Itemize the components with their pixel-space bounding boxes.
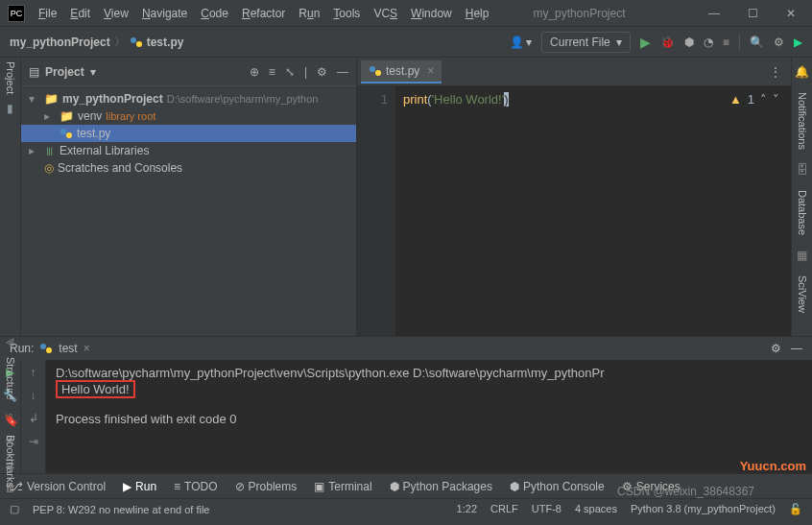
python-file-icon xyxy=(60,127,73,140)
project-folder-icon[interactable]: ▮ xyxy=(7,102,13,115)
svg-point-4 xyxy=(370,66,375,72)
tab-version-control[interactable]: ⎇Version Control xyxy=(10,480,106,493)
search-button[interactable]: 🔍 xyxy=(750,36,764,49)
tree-external-libraries[interactable]: ▸ ⫼ External Libraries xyxy=(21,142,356,159)
tree-scratches[interactable]: ◎ Scratches and Consoles xyxy=(21,159,356,177)
bookmarks-icon[interactable]: 🔖 xyxy=(4,414,18,427)
status-caret-pos[interactable]: 1:22 xyxy=(457,503,477,515)
stop-button[interactable]: ■ xyxy=(723,36,729,49)
project-tool-tab[interactable]: Project xyxy=(5,61,16,94)
tab-python-console[interactable]: ⬢Python Console xyxy=(510,480,605,493)
menu-refactor[interactable]: Refactor xyxy=(236,5,291,22)
debug-button[interactable]: 🐞 xyxy=(660,36,675,49)
run-header-tools: ⚙ — xyxy=(771,342,802,355)
menu-tools[interactable]: Tools xyxy=(327,5,366,22)
notifications-icon[interactable]: 🔔 xyxy=(795,65,809,79)
svg-point-7 xyxy=(46,347,52,353)
status-line-sep[interactable]: CRLF xyxy=(490,503,518,515)
tab-terminal[interactable]: ▣Terminal xyxy=(314,480,371,493)
status-message: PEP 8: W292 no newline at end of file xyxy=(33,504,209,515)
warning-count: 1 xyxy=(748,92,754,107)
gear-icon[interactable]: ⚙ xyxy=(771,342,781,355)
sciview-tab[interactable]: SciView xyxy=(797,275,808,313)
menu-run[interactable]: Run xyxy=(293,5,325,22)
editor-content[interactable]: 1 print('Hello World!') ▲ 1 ˄ ˅ xyxy=(357,86,791,336)
line-number: 1 xyxy=(357,92,388,107)
menu-navigate[interactable]: Navigate xyxy=(136,5,193,22)
menu-file[interactable]: File xyxy=(33,5,62,22)
minimize-button[interactable]: — xyxy=(701,5,728,22)
coverage-button[interactable]: ⬢ xyxy=(684,36,694,49)
status-encoding[interactable]: UTF-8 xyxy=(532,503,561,515)
up-arrow-icon[interactable]: ˄ xyxy=(760,92,767,107)
project-tree: ▾ 📁 my_pythonProject D:\software\pycharm… xyxy=(21,86,356,180)
sciview-icon[interactable]: ▦ xyxy=(797,249,807,262)
menu-code[interactable]: Code xyxy=(195,5,234,22)
collapse-icon[interactable]: ⤡ xyxy=(285,65,295,79)
console-output[interactable]: D:\software\pycharm\my_pythonProject\ven… xyxy=(46,360,812,473)
hide-icon[interactable]: — xyxy=(791,342,802,355)
chevron-down-icon[interactable]: ▾ xyxy=(90,65,96,79)
scroll-icon[interactable]: ⇥ xyxy=(29,435,38,448)
database-tab[interactable]: Database xyxy=(797,190,808,235)
menu-help[interactable]: Help xyxy=(460,5,495,22)
python-config-icon xyxy=(39,342,53,355)
menu-edit[interactable]: Edit xyxy=(64,5,96,22)
lock-icon[interactable]: 🔓 xyxy=(789,503,802,515)
notifications-tab[interactable]: Notifications xyxy=(797,92,808,150)
tab-run[interactable]: ▶Run xyxy=(123,480,156,493)
tree-root[interactable]: ▾ 📁 my_pythonProject D:\software\pycharm… xyxy=(21,90,356,107)
console-icon: ⬢ xyxy=(510,480,519,493)
close-button[interactable]: ✕ xyxy=(777,5,804,22)
project-panel: ▤ Project ▾ ⊕ ≡ ⤡ | ⚙ — ▾ 📁 my_pythonPro… xyxy=(21,58,357,336)
status-bar-icon[interactable]: ▢ xyxy=(10,503,19,515)
nav-right: 👤▾ Current File ▾ ▶ 🐞 ⬢ ◔ ■ 🔍 ⚙ ▶ xyxy=(510,32,802,53)
settings-button[interactable]: ⚙ xyxy=(774,36,784,49)
hide-icon[interactable]: — xyxy=(337,65,348,79)
maximize-button[interactable]: ☐ xyxy=(739,5,766,22)
locate-icon[interactable]: ⊕ xyxy=(250,65,259,79)
run-config-name[interactable]: test xyxy=(59,342,77,355)
menu-vcs[interactable]: VCS xyxy=(368,5,403,22)
gear-icon[interactable]: ⚙ xyxy=(317,65,327,79)
down-arrow-icon[interactable]: ˅ xyxy=(773,92,779,107)
code-area[interactable]: print('Hello World!') xyxy=(395,86,791,336)
status-python[interactable]: Python 3.8 (my_pythonProject) xyxy=(631,503,776,515)
tab-todo[interactable]: ≡TODO xyxy=(174,480,217,493)
ide-features-button[interactable]: ▶ xyxy=(794,36,802,49)
bookmarks-tab[interactable]: Bookmarks xyxy=(5,435,16,488)
breadcrumb-file[interactable]: test.py xyxy=(147,36,184,49)
profile-button[interactable]: ◔ xyxy=(704,36,713,49)
breadcrumb-project[interactable]: my_pythonProject xyxy=(10,36,110,49)
structure-icon[interactable]: ⫷ xyxy=(5,336,16,349)
down-arrow-icon[interactable]: ↓ xyxy=(31,389,36,402)
package-icon: ⬢ xyxy=(390,480,399,493)
arrow-down-icon: ▾ xyxy=(29,92,40,106)
run-button[interactable]: ▶ xyxy=(640,35,651,50)
tab-problems[interactable]: ⊘Problems xyxy=(235,480,298,493)
menu-view[interactable]: View xyxy=(98,5,134,22)
editor-tab-menu[interactable]: ⋮ xyxy=(770,65,791,79)
title-bar: PC File Edit View Navigate Code Refactor… xyxy=(0,0,812,27)
tab-python-packages[interactable]: ⬢Python Packages xyxy=(390,480,492,493)
tree-venv[interactable]: ▸ 📁 venv library root xyxy=(21,107,356,125)
problems-icon: ⊘ xyxy=(235,480,245,493)
menu-window[interactable]: Window xyxy=(405,5,458,22)
run-config-select[interactable]: Current File ▾ xyxy=(541,32,631,53)
status-indent[interactable]: 4 spaces xyxy=(575,503,617,515)
title-project-name: my_pythonProject xyxy=(533,7,625,20)
close-icon[interactable]: × xyxy=(84,342,90,355)
user-button[interactable]: 👤▾ xyxy=(510,36,532,49)
editor-tab-testpy[interactable]: test.py × xyxy=(361,60,442,84)
structure-tab[interactable]: Structure xyxy=(5,357,16,400)
close-icon[interactable]: × xyxy=(427,64,434,78)
database-icon[interactable]: 🗄 xyxy=(797,163,808,177)
editor-inspection-status[interactable]: ▲ 1 ˄ ˅ xyxy=(729,92,779,107)
console-exit-line: Process finished with exit code 0 xyxy=(56,412,802,426)
expand-icon[interactable]: ≡ xyxy=(269,65,275,79)
soft-wrap-icon[interactable]: ↲ xyxy=(29,412,38,425)
project-panel-title: Project xyxy=(45,65,84,79)
up-arrow-icon[interactable]: ↑ xyxy=(31,366,36,379)
left-tool-gutter: Project ▮ xyxy=(0,58,21,336)
tree-file-testpy[interactable]: test.py xyxy=(21,125,356,142)
